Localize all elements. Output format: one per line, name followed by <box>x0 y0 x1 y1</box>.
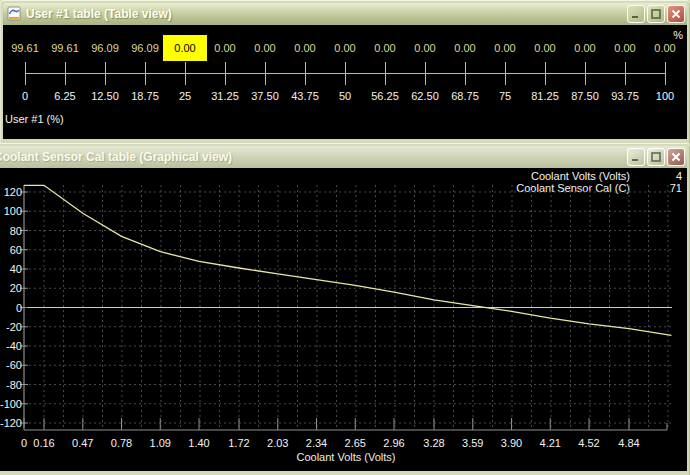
table-x-tick-label: 0 <box>3 89 47 103</box>
table-x-tick-label: 81.25 <box>523 89 567 103</box>
graph-view-area: Coolant Volts (Volts) 4 Coolant Sensor C… <box>0 168 687 471</box>
chart-x-tick-label: 2.96 <box>383 437 404 449</box>
chart-y-tick-label: -20 <box>6 321 22 333</box>
chart-x-tick-label: 3.59 <box>462 437 483 449</box>
chart-y-tick-label: 20 <box>10 282 22 294</box>
table-x-tick-label: 25 <box>163 89 207 103</box>
table-x-tick-label: 50 <box>323 89 367 103</box>
minimize-icon <box>631 152 641 162</box>
table-x-tick-label: 31.25 <box>203 89 247 103</box>
table-x-tick-label: 87.50 <box>563 89 607 103</box>
chart-x-tick-label: 1.72 <box>228 437 249 449</box>
chart-x-tick-label: 4.52 <box>578 437 599 449</box>
chart-x-tick-label: 3.90 <box>501 437 522 449</box>
close-button[interactable] <box>667 5 685 23</box>
table-x-tick-label: 93.75 <box>603 89 647 103</box>
maximize-icon <box>651 152 661 162</box>
chart-x-tick-label: 4.21 <box>540 437 561 449</box>
chart-y-tick-label: -120 <box>0 417 22 429</box>
maximize-icon <box>651 9 661 19</box>
user1-table-window: User #1 table (Table view) % 99.6199.619… <box>0 0 690 143</box>
chart-y-tick-label: 40 <box>10 263 22 275</box>
table-axis <box>3 25 687 137</box>
maximize-button[interactable] <box>647 148 665 166</box>
window-icon <box>6 6 22 22</box>
chart-y-tick-label: 0 <box>16 302 22 314</box>
chart-x-tick-label: 2.34 <box>306 437 327 449</box>
table-view-area: % 99.6199.6196.0996.090.000.000.000.000.… <box>3 25 687 139</box>
table-x-tick-label: 75 <box>483 89 527 103</box>
chart-y-tick-label: 100 <box>4 205 22 217</box>
chart-x-axis-title: Coolant Volts (Volts) <box>296 451 395 463</box>
chart-y-tick-label: -60 <box>6 359 22 371</box>
table-x-tick-label: 37.50 <box>243 89 287 103</box>
coolant-cal-chart[interactable]: 120100806040200-20-40-60-80-100-12000.16… <box>0 168 687 471</box>
table-x-tick-label: 18.75 <box>123 89 167 103</box>
window-title: User #1 table (Table view) <box>26 7 172 21</box>
chart-x-tick-label: 1.40 <box>188 437 209 449</box>
coolant-cal-curve[interactable] <box>24 185 672 335</box>
chart-y-tick-label: -40 <box>6 340 22 352</box>
chart-x-tick-label: 1.09 <box>150 437 171 449</box>
chart-x-tick-label: 2.03 <box>267 437 288 449</box>
chart-y-tick-label: 80 <box>10 225 22 237</box>
window-title: Coolant Sensor Cal table (Graphical view… <box>0 150 232 164</box>
table-x-tick-label: 62.50 <box>403 89 447 103</box>
chart-x-tick-label: 0.78 <box>111 437 132 449</box>
maximize-button[interactable] <box>647 5 665 23</box>
close-icon <box>671 152 681 162</box>
coolant-cal-graph-window: Coolant Sensor Cal table (Graphical view… <box>0 143 690 475</box>
chart-y-tick-label: 120 <box>4 186 22 198</box>
table-x-tick-label: 43.75 <box>283 89 327 103</box>
chart-y-tick-label: 60 <box>10 244 22 256</box>
minimize-button[interactable] <box>627 5 645 23</box>
titlebar[interactable]: Coolant Sensor Cal table (Graphical view… <box>0 146 687 168</box>
chart-y-tick-label: -100 <box>0 398 22 410</box>
table-x-tick-label: 56.25 <box>363 89 407 103</box>
minimize-icon <box>631 9 641 19</box>
chart-x-tick-label: 0.47 <box>72 437 93 449</box>
close-icon <box>671 9 681 19</box>
titlebar[interactable]: User #1 table (Table view) <box>3 3 687 25</box>
chart-x-tick-label: 2.65 <box>345 437 366 449</box>
table-x-tick-label: 68.75 <box>443 89 487 103</box>
close-button[interactable] <box>667 148 685 166</box>
table-x-tick-label: 6.25 <box>43 89 87 103</box>
table-x-tick-label: 12.50 <box>83 89 127 103</box>
chart-x-tick-label: 0.16 <box>33 437 54 449</box>
minimize-button[interactable] <box>627 148 645 166</box>
table-x-tick-label: 100 <box>643 89 687 103</box>
chart-x-tick-label: 4.84 <box>618 437 639 449</box>
chart-x-tick-label: 0 <box>21 437 27 449</box>
table-axis-caption: User #1 (%) <box>5 113 64 125</box>
chart-y-tick-label: -80 <box>6 379 22 391</box>
chart-x-tick-label: 3.28 <box>423 437 444 449</box>
